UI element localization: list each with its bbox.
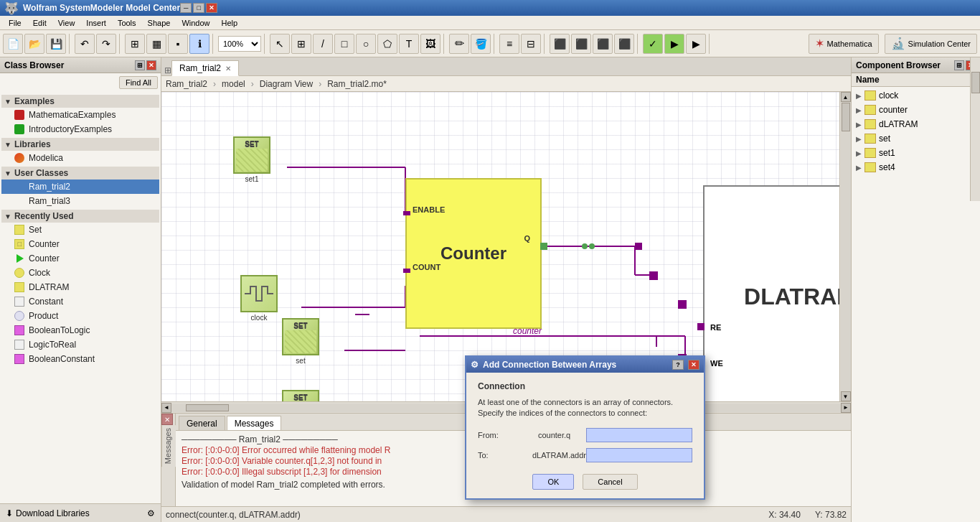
zoom-select[interactable]: 100%: [218, 36, 261, 52]
menu-window[interactable]: Window: [176, 17, 215, 29]
align-button[interactable]: ≡: [499, 34, 519, 54]
comp-set-item[interactable]: ▶ set: [853, 131, 979, 146]
class-browser-close[interactable]: ✕: [146, 60, 156, 70]
set1-component[interactable]: SET set1: [233, 136, 270, 183]
bottom-close-button[interactable]: ✕: [161, 414, 173, 425]
undo-button[interactable]: ↶: [75, 34, 95, 54]
class-browser-maximize[interactable]: ⊞: [135, 60, 145, 70]
comp-browser-scroll-thumb[interactable]: [971, 72, 980, 93]
new-button[interactable]: 📄: [3, 34, 23, 54]
messages-vertical-label[interactable]: Messages: [161, 425, 176, 467]
sim-button4[interactable]: ⬛: [614, 34, 634, 54]
scroll-up-button[interactable]: ▲: [841, 92, 851, 102]
draw-poly-button[interactable]: ⬠: [377, 34, 397, 54]
product-item[interactable]: Product: [1, 309, 159, 323]
redo-button[interactable]: ↷: [96, 34, 116, 54]
ram-trial2-tab[interactable]: Ram_trial2 ✕: [171, 60, 239, 76]
recently-used-header[interactable]: ▼ Recently Used: [1, 210, 159, 223]
minimize-button[interactable]: ─: [180, 3, 192, 13]
menu-tools[interactable]: Tools: [112, 17, 142, 29]
settings-icon[interactable]: ⚙: [147, 508, 155, 518]
h-scroll-left[interactable]: ◄: [161, 403, 171, 413]
menu-edit[interactable]: Edit: [27, 17, 52, 29]
play-button[interactable]: ▶: [664, 34, 684, 54]
move-button[interactable]: ⊞: [291, 34, 311, 54]
general-tab[interactable]: General: [179, 416, 225, 430]
mathematica-examples-item[interactable]: MathematicaExamples: [1, 108, 159, 122]
dialog-to-input[interactable]: [586, 448, 692, 462]
menu-insert[interactable]: Insert: [80, 17, 112, 29]
open-button[interactable]: 📂: [24, 34, 44, 54]
dialog-help-button[interactable]: ?: [672, 360, 684, 370]
logic-to-real-label: LogicToReal: [29, 340, 76, 350]
libraries-header[interactable]: ▼ Libraries: [1, 138, 159, 151]
dlatram-item[interactable]: DLATRAM: [1, 280, 159, 294]
menu-shape[interactable]: Shape: [142, 17, 176, 29]
user-classes-header[interactable]: ▼ User Classes: [1, 167, 159, 180]
counter-component[interactable]: ENABLE COUNT Q Counter: [405, 178, 542, 329]
view-button[interactable]: ⊞: [125, 34, 145, 54]
ram-trial2-item[interactable]: Ram_trial2: [1, 180, 159, 194]
modelica-item[interactable]: Modelica: [1, 151, 159, 165]
menu-view[interactable]: View: [52, 17, 81, 29]
check-button[interactable]: ✓: [643, 34, 663, 54]
dialog-ok-button[interactable]: OK: [532, 474, 574, 490]
simcenter-button[interactable]: 🔬 Simulation Center: [885, 34, 977, 54]
maximize-button[interactable]: □: [193, 3, 204, 13]
view-button3[interactable]: ▪: [168, 34, 188, 54]
sim-button1[interactable]: ⬛: [550, 34, 570, 54]
set-component[interactable]: SET set: [282, 318, 319, 365]
menu-file[interactable]: File: [3, 17, 27, 29]
counter-item-1[interactable]: ⬚ Counter: [1, 237, 159, 251]
info-button[interactable]: ℹ: [189, 34, 209, 54]
examples-header[interactable]: ▼ Examples: [1, 95, 159, 108]
tab-close-button[interactable]: ✕: [225, 65, 231, 73]
component-browser-maximize[interactable]: ⊞: [954, 60, 964, 70]
clock-item[interactable]: Clock: [1, 266, 159, 280]
cursor-button[interactable]: ↖: [270, 34, 290, 54]
draw-rect-button[interactable]: □: [334, 34, 354, 54]
find-all-button[interactable]: Find All: [119, 76, 158, 89]
sim-play-button[interactable]: ▶: [686, 34, 706, 54]
pen-button[interactable]: ✏: [449, 34, 469, 54]
counter-item-2[interactable]: Counter: [1, 251, 159, 266]
comp-counter-item[interactable]: ▶ counter: [853, 103, 979, 117]
draw-line-button[interactable]: /: [313, 34, 333, 54]
comp-dlatram-item[interactable]: ▶ dLATRAM: [853, 117, 979, 131]
mathematica-button[interactable]: ✶ Mathematica: [809, 34, 879, 54]
scroll-down-button[interactable]: ▼: [841, 391, 851, 401]
logic-to-real-item[interactable]: LogicToReal: [1, 337, 159, 352]
constant-item[interactable]: Constant: [1, 294, 159, 309]
comp-clock-item[interactable]: ▶ clock: [853, 88, 979, 103]
comp-set1-item[interactable]: ▶ set1: [853, 146, 979, 160]
ram-trial3-item[interactable]: Ram_trial3: [1, 194, 159, 208]
align2-button[interactable]: ⊟: [521, 34, 541, 54]
draw-ellipse-button[interactable]: ○: [356, 34, 376, 54]
h-scroll-right[interactable]: ►: [841, 403, 851, 413]
h-scroll-thumb[interactable]: [186, 404, 229, 411]
dialog-from-input[interactable]: [586, 428, 692, 442]
sim-button3[interactable]: ⬛: [593, 34, 613, 54]
fill-button[interactable]: 🪣: [471, 34, 491, 54]
comp-set4-item[interactable]: ▶ set4: [853, 160, 979, 174]
scroll-thumb[interactable]: [842, 103, 850, 131]
dialog-cancel-button[interactable]: Cancel: [583, 474, 637, 490]
clock-component[interactable]: clock: [240, 275, 278, 322]
set4-component[interactable]: SET set4: [282, 390, 319, 401]
menu-help[interactable]: Help: [216, 17, 244, 29]
close-button[interactable]: ✕: [206, 3, 217, 13]
boolean-constant-item[interactable]: BooleanConstant: [1, 352, 159, 366]
image-button[interactable]: 🖼: [420, 34, 440, 54]
dlatram-component[interactable]: DLATRAM RE WE: [703, 185, 839, 401]
sim-button2[interactable]: ⬛: [571, 34, 591, 54]
view-button2[interactable]: ▦: [146, 34, 166, 54]
save-button[interactable]: 💾: [46, 34, 66, 54]
text-button[interactable]: T: [399, 34, 419, 54]
messages-tab[interactable]: Messages: [227, 416, 282, 430]
set-item[interactable]: Set: [1, 223, 159, 237]
counter-block: ENABLE COUNT Q Counter: [405, 178, 542, 329]
dialog-close-button[interactable]: ✕: [688, 360, 699, 370]
download-libraries[interactable]: ⬇ Download Libraries ⚙: [0, 503, 161, 522]
boolean-to-logic-item[interactable]: BooleanToLogic: [1, 323, 159, 337]
introductory-examples-item[interactable]: IntroductoryExamples: [1, 122, 159, 136]
